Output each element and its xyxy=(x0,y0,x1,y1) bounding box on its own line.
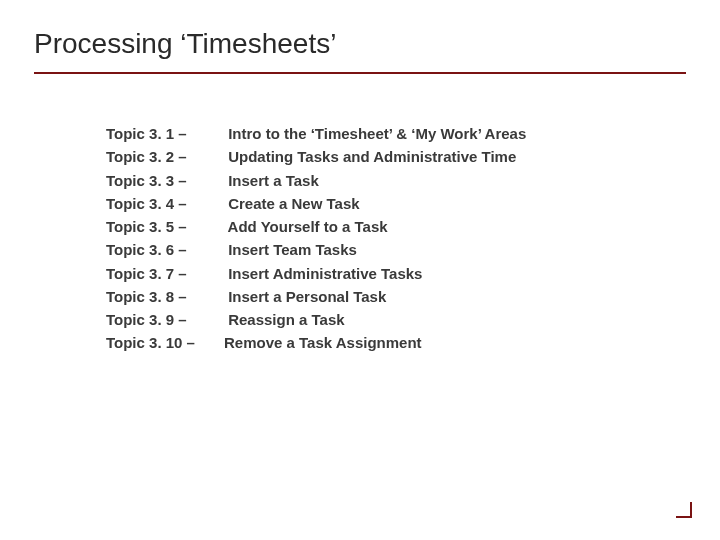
topic-number: Topic 3. 10 – xyxy=(106,331,224,354)
topic-number: Topic 3. 3 – xyxy=(106,169,224,192)
list-item: Topic 3. 1 – Intro to the ‘Timesheet’ & … xyxy=(106,122,686,145)
list-item: Topic 3. 7 – Insert Administrative Tasks xyxy=(106,262,686,285)
topic-description: Insert Team Tasks xyxy=(224,238,357,261)
page-title: Processing ‘Timesheets’ xyxy=(34,28,686,68)
topic-number: Topic 3. 8 – xyxy=(106,285,224,308)
topic-number: Topic 3. 4 – xyxy=(106,192,224,215)
list-item: Topic 3. 6 – Insert Team Tasks xyxy=(106,238,686,261)
topic-number: Topic 3. 6 – xyxy=(106,238,224,261)
topic-description: Insert a Personal Task xyxy=(224,285,386,308)
topic-description: Add Yourself to a Task xyxy=(224,215,388,238)
topic-description: Insert Administrative Tasks xyxy=(224,262,422,285)
corner-decoration-icon xyxy=(676,502,692,518)
topic-description: Create a New Task xyxy=(224,192,360,215)
list-item: Topic 3. 2 – Updating Tasks and Administ… xyxy=(106,145,686,168)
list-item: Topic 3. 4 – Create a New Task xyxy=(106,192,686,215)
list-item: Topic 3. 8 – Insert a Personal Task xyxy=(106,285,686,308)
list-item: Topic 3. 5 – Add Yourself to a Task xyxy=(106,215,686,238)
topic-number: Topic 3. 2 – xyxy=(106,145,224,168)
topic-description: Insert a Task xyxy=(224,169,319,192)
list-item: Topic 3. 10 – Remove a Task Assignment xyxy=(106,331,686,354)
topic-number: Topic 3. 7 – xyxy=(106,262,224,285)
topic-number: Topic 3. 9 – xyxy=(106,308,224,331)
topic-list: Topic 3. 1 – Intro to the ‘Timesheet’ & … xyxy=(34,122,686,355)
list-item: Topic 3. 9 – Reassign a Task xyxy=(106,308,686,331)
topic-number: Topic 3. 1 – xyxy=(106,122,224,145)
topic-description: Intro to the ‘Timesheet’ & ‘My Work’ Are… xyxy=(224,122,526,145)
title-underline xyxy=(34,72,686,74)
topic-description: Reassign a Task xyxy=(224,308,345,331)
list-item: Topic 3. 3 – Insert a Task xyxy=(106,169,686,192)
slide: Processing ‘Timesheets’ Topic 3. 1 – Int… xyxy=(0,0,720,540)
topic-number: Topic 3. 5 – xyxy=(106,215,224,238)
topic-description: Remove a Task Assignment xyxy=(224,331,422,354)
topic-description: Updating Tasks and Administrative Time xyxy=(224,145,516,168)
